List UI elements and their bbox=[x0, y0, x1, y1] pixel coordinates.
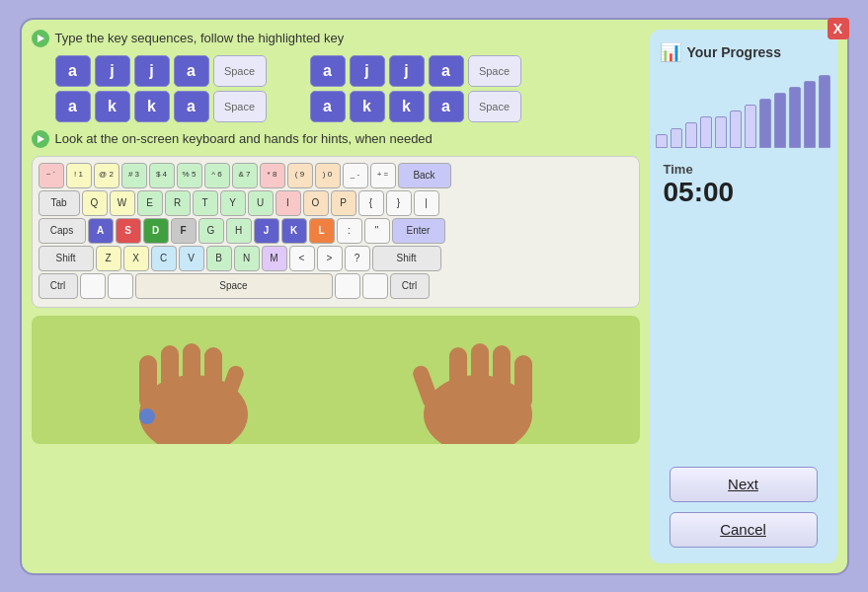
key-y[interactable]: Y bbox=[220, 190, 246, 216]
next-button[interactable]: Next bbox=[670, 467, 818, 502]
key-c-kbd[interactable]: C bbox=[151, 246, 177, 271]
key-quote[interactable]: " bbox=[364, 218, 390, 244]
key-s-kbd[interactable]: S bbox=[116, 218, 141, 244]
time-label: Time bbox=[664, 162, 735, 177]
bar-4 bbox=[700, 116, 712, 148]
key-equals[interactable]: + = bbox=[370, 163, 396, 188]
key-k-kbd[interactable]: K bbox=[281, 218, 307, 244]
key-t[interactable]: T bbox=[193, 190, 218, 216]
key-q[interactable]: Q bbox=[82, 190, 108, 216]
key-5[interactable]: % 5 bbox=[177, 163, 202, 188]
key-comma[interactable]: < bbox=[289, 246, 315, 271]
bar-12 bbox=[819, 75, 830, 148]
left-hand-svg bbox=[119, 335, 268, 444]
key-enter[interactable]: Enter bbox=[392, 218, 445, 244]
play-icon-2[interactable] bbox=[32, 130, 49, 148]
key-0[interactable]: ) 0 bbox=[315, 163, 341, 188]
key-spacebar[interactable]: Space bbox=[135, 273, 333, 299]
right-hand-container bbox=[404, 335, 552, 444]
svg-rect-9 bbox=[471, 343, 489, 405]
key-a-8: a bbox=[429, 91, 464, 122]
key-tab[interactable]: Tab bbox=[39, 190, 80, 216]
key-e[interactable]: E bbox=[137, 190, 163, 216]
key-7[interactable]: & 7 bbox=[232, 163, 258, 188]
key-lbrace[interactable]: { bbox=[358, 190, 384, 216]
key-n-kbd[interactable]: N bbox=[234, 246, 260, 271]
key-backspace[interactable]: Back bbox=[398, 163, 451, 188]
hands-area bbox=[32, 316, 640, 444]
key-b-kbd[interactable]: B bbox=[206, 246, 232, 271]
key-j-kbd[interactable]: J bbox=[254, 218, 279, 244]
key-sequences-group: a j j a Space a k k a Space a j bbox=[32, 55, 640, 122]
key-g-kbd[interactable]: G bbox=[198, 218, 224, 244]
key-sequences-right: a j j a Space a k k a Space bbox=[286, 55, 521, 122]
key-space-1: Space bbox=[213, 55, 267, 87]
key-8[interactable]: * 8 bbox=[260, 163, 285, 188]
key-z-kbd[interactable]: Z bbox=[96, 246, 121, 271]
key-f-kbd[interactable]: F bbox=[171, 218, 197, 244]
key-ctrl-right[interactable]: Ctrl bbox=[390, 273, 430, 299]
key-9[interactable]: ( 9 bbox=[287, 163, 313, 188]
right-hand-svg bbox=[404, 335, 552, 444]
key-semicolon[interactable]: : bbox=[337, 218, 362, 244]
key-row-1-left: a j j a Space bbox=[55, 55, 267, 87]
bar-6 bbox=[730, 111, 742, 148]
key-l-kbd[interactable]: L bbox=[309, 218, 335, 244]
svg-rect-10 bbox=[449, 347, 467, 405]
key-x-kbd[interactable]: X bbox=[123, 246, 149, 271]
key-win-right[interactable] bbox=[362, 273, 388, 299]
kb-row-numbers: ~ ` ! 1 @ 2 # 3 $ 4 % 5 ^ 6 & 7 * 8 ( 9 … bbox=[39, 163, 633, 188]
key-o[interactable]: O bbox=[303, 190, 329, 216]
key-pipe[interactable]: | bbox=[414, 190, 439, 216]
key-tilde[interactable]: ~ ` bbox=[39, 163, 64, 188]
key-shift-right[interactable]: Shift bbox=[372, 246, 441, 271]
key-k-3: k bbox=[350, 91, 385, 122]
key-3[interactable]: # 3 bbox=[121, 163, 147, 188]
key-4[interactable]: $ 4 bbox=[149, 163, 175, 188]
bar-chart bbox=[652, 73, 834, 152]
key-ctrl-left[interactable]: Ctrl bbox=[39, 273, 78, 299]
cancel-button[interactable]: Cancel bbox=[670, 512, 818, 548]
svg-rect-1 bbox=[139, 355, 157, 409]
instruction-1-row: Type the key sequences, follow the highl… bbox=[32, 30, 640, 47]
key-alt-left[interactable] bbox=[108, 273, 133, 299]
key-slash[interactable]: ? bbox=[345, 246, 370, 271]
key-m-kbd[interactable]: M bbox=[262, 246, 287, 271]
key-i[interactable]: I bbox=[276, 190, 301, 216]
key-period[interactable]: > bbox=[317, 246, 343, 271]
kb-row-qwerty: Tab Q W E R T Y U I O P { } | bbox=[39, 190, 633, 216]
key-rbrace[interactable]: } bbox=[386, 190, 412, 216]
key-minus[interactable]: _ - bbox=[343, 163, 368, 188]
key-w[interactable]: W bbox=[110, 190, 135, 216]
key-a-kbd[interactable]: A bbox=[88, 218, 114, 244]
bar-7 bbox=[745, 105, 756, 148]
key-p[interactable]: P bbox=[331, 190, 356, 216]
key-row-2-right: a k k a Space bbox=[310, 91, 521, 122]
kb-row-asdf: Caps A S D F G H J K L : " Enter bbox=[39, 218, 633, 244]
key-r[interactable]: R bbox=[165, 190, 191, 216]
key-j-1: j bbox=[95, 55, 130, 87]
close-button[interactable]: X bbox=[828, 18, 849, 39]
key-d-kbd[interactable]: D bbox=[143, 218, 169, 244]
key-a-7: a bbox=[310, 91, 346, 122]
kb-row-zxcv: Shift Z X C V B N M < > ? Shift bbox=[39, 246, 633, 271]
key-h-kbd[interactable]: H bbox=[226, 218, 252, 244]
key-u[interactable]: U bbox=[248, 190, 274, 216]
play-icon-1[interactable] bbox=[32, 30, 49, 47]
key-v-kbd[interactable]: V bbox=[179, 246, 204, 271]
key-shift-left[interactable]: Shift bbox=[39, 246, 94, 271]
key-space-4: Space bbox=[468, 91, 521, 122]
key-win-left[interactable] bbox=[80, 273, 106, 299]
key-k-2: k bbox=[134, 91, 170, 122]
bar-8 bbox=[759, 99, 771, 148]
bar-11 bbox=[804, 81, 816, 148]
key-space-3: Space bbox=[468, 55, 521, 87]
key-2[interactable]: @ 2 bbox=[94, 163, 119, 188]
bar-10 bbox=[789, 87, 801, 148]
svg-rect-3 bbox=[183, 343, 200, 405]
key-caps[interactable]: Caps bbox=[39, 218, 86, 244]
key-6[interactable]: ^ 6 bbox=[204, 163, 230, 188]
main-container: X Type the key sequences, follow the hig… bbox=[20, 18, 849, 575]
key-1[interactable]: ! 1 bbox=[66, 163, 92, 188]
key-alt-right[interactable] bbox=[335, 273, 360, 299]
